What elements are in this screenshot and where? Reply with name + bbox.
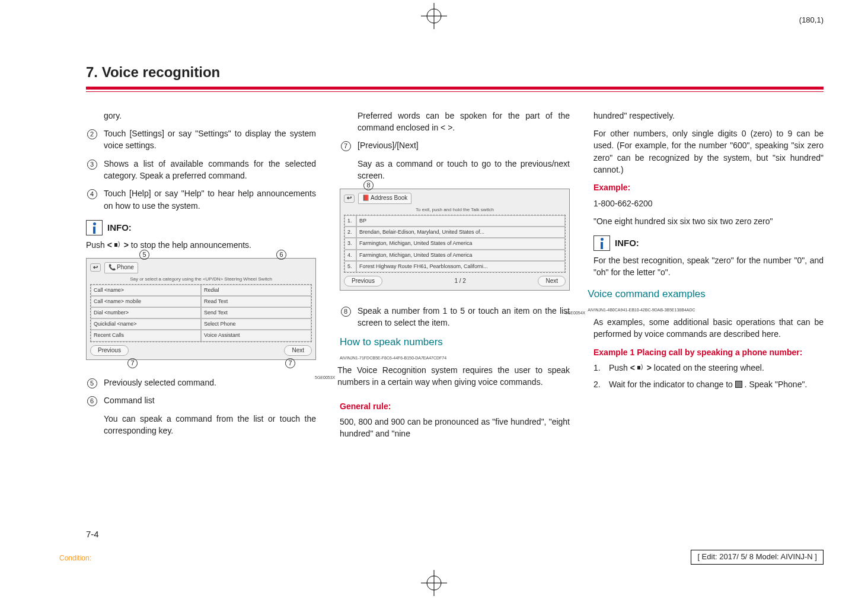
list-item: 8 Speak a number from 1 to 5 or touch an…: [340, 305, 570, 329]
cmd-cell: Select Phone: [201, 318, 311, 330]
addr-cell: Brendan, Belair-Edison, Maryland, United…: [356, 227, 565, 238]
cmd-cell: Quickdial <name>: [91, 318, 201, 330]
next-button: Next: [538, 276, 566, 287]
registration-mark-top: [421, 3, 447, 29]
previous-button: Previous: [344, 276, 382, 287]
title-rule-thin: [86, 91, 824, 92]
text-fragment: gory.: [104, 110, 316, 122]
doc-id: AIVINJN1-71FDCB5E-F8C6-44F6-B150-DA7EA47…: [340, 356, 446, 360]
item-text: Previously selected command.: [104, 377, 216, 388]
heading-voice-cmd-examples: Voice command examples AIVINJN1-4B0CA941…: [588, 287, 824, 316]
next-button: Next: [284, 345, 312, 356]
marker-4: 4: [86, 187, 98, 212]
step-text: Push < > located on the steering wheel.: [609, 362, 764, 374]
cmd-cell: Redial: [201, 285, 311, 296]
hint-text: Say or select a category using the <UP/D…: [90, 276, 312, 283]
item-subtext: Say as a command or touch to go to the p…: [358, 158, 570, 182]
back-icon: ↩: [344, 195, 355, 203]
previous-button: Previous: [90, 345, 129, 356]
row-num: 1.: [344, 215, 356, 227]
heading-example: Example:: [593, 181, 824, 193]
number-1: 1.: [593, 362, 604, 374]
talk-icon: [114, 241, 122, 248]
item-subtext: You can speak a command from the list or…: [104, 413, 316, 437]
cmd-cell: Read Text: [201, 296, 311, 307]
heading-example-1: Example 1 Placing call by speaking a pho…: [593, 346, 824, 358]
example-spoken: "One eight hundred six six two six two z…: [593, 215, 824, 227]
paragraph: 500, 800 and 900 can be pronounced as "f…: [340, 416, 570, 440]
addr-cell: BP: [356, 215, 565, 227]
paragraph: Preferred words can be spoken for the pa…: [358, 110, 570, 134]
marker-7: 7: [340, 139, 352, 151]
numbered-item: 2. Wait for the indicator to change to .…: [593, 378, 824, 390]
screenshot-1-wrap: 5 6 ↩ 📞Phone Say or select a category us…: [86, 258, 316, 360]
row-num: 2.: [344, 227, 356, 238]
image-id: 5GE0053X: [315, 375, 335, 394]
paragraph: For other numbers, only single digits 0 …: [593, 128, 824, 176]
item-text: Shows a list of available commands for t…: [104, 158, 316, 182]
page-content: 7. Voice recognition gory. 2 Touch [Sett…: [86, 62, 824, 534]
callout-8: 8: [363, 180, 374, 190]
condition-label: Condition:: [59, 553, 91, 563]
item-text: Command list: [104, 394, 155, 406]
addressbook-tab: 📕Address Book: [358, 193, 411, 204]
page-number: 7-4: [86, 528, 99, 541]
callout-6: 6: [276, 250, 286, 260]
paragraph: The Voice Recognition system requires th…: [337, 364, 570, 388]
addr-cell: Forest Highway Route FH61, Pearblossom, …: [356, 261, 565, 272]
row-num: 4.: [344, 250, 356, 261]
list-item: 3 Shows a list of available commands for…: [86, 158, 316, 182]
cmd-cell: Call <name> mobile: [91, 296, 201, 307]
info-icon: [593, 235, 610, 251]
title-rule-thick: [86, 87, 824, 90]
paragraph: hundred" respectively.: [593, 110, 824, 122]
numbered-item: 1. Push < > located on the steering whee…: [593, 362, 824, 374]
info-text: For the best recognition, speak "zero" f…: [593, 254, 824, 279]
three-column-layout: gory. 2 Touch [Settings] or say "Setting…: [86, 110, 824, 446]
item-text: Touch [Settings] or say "Settings" to di…: [104, 128, 316, 152]
marker-6: 6: [86, 394, 98, 406]
cmd-cell: Voice Assistant: [201, 330, 311, 341]
info-heading: INFO:: [86, 220, 316, 235]
addr-cell: Farmington, Michigan, United States of A…: [356, 238, 565, 249]
heading-how-to-speak: How to speak numbers AIVINJN1-71FDCB5E-F…: [340, 335, 570, 364]
info-label: INFO:: [615, 237, 639, 250]
list-item: 4 Touch [Help] or say "Help" to hear hel…: [86, 187, 316, 212]
image-id: 5GE0054X: [565, 310, 585, 316]
page-indicator: 1 / 2: [454, 277, 465, 286]
phone-tab: 📞Phone: [104, 262, 138, 273]
doc-id: AIVINJN1-4B0CA941-EB10-42BC-9DAB-3B5E138…: [588, 308, 695, 312]
screenshot-2-wrap: 8 ↩ 📕Address Book To exit, push and hold…: [340, 189, 570, 291]
cmd-cell: Send Text: [201, 307, 311, 318]
item-text: Speak a number from 1 to 5 or touch an i…: [358, 305, 570, 329]
column-2: Preferred words can be spoken for the pa…: [340, 110, 570, 446]
example-number: 1-800-662-6200: [593, 197, 824, 209]
marker-3: 3: [86, 158, 98, 182]
registration-mark-bottom: [421, 570, 447, 596]
heading-general-rule: General rule:: [340, 400, 570, 412]
callout-7b: 7: [285, 358, 295, 368]
info-text: Push < > to stop the help announcements.: [86, 239, 316, 251]
indicator-icon: [735, 381, 742, 388]
info-heading: INFO:: [593, 235, 824, 251]
talk-icon: [637, 364, 644, 371]
marker-5: 5: [86, 377, 98, 388]
list-item: 5 Previously selected command.: [86, 377, 316, 388]
cmd-cell: Call <name>: [91, 285, 201, 296]
page-coordinate: (180,1): [799, 15, 824, 26]
address-book-screenshot: ↩ 📕Address Book To exit, push and hold t…: [340, 189, 570, 291]
hint-text: To exit, push and hold the Talk switch: [344, 206, 566, 214]
step-text: Wait for the indicator to change to . Sp…: [609, 378, 807, 390]
cmd-cell: Dial <number>: [91, 307, 201, 318]
callout-7a: 7: [127, 358, 138, 368]
list-item: 6 Command list: [86, 394, 316, 406]
addr-cell: Farmington, Michigan, United States of A…: [356, 250, 565, 261]
info-icon: [86, 220, 103, 235]
callout-5: 5: [139, 250, 149, 260]
column-3: hundred" respectively. For other numbers…: [593, 110, 824, 446]
info-label: INFO:: [107, 221, 132, 234]
marker-8: 8: [340, 305, 352, 329]
list-item: 7 [Previous]/[Next]: [340, 139, 570, 151]
marker-2: 2: [86, 128, 98, 152]
column-1: gory. 2 Touch [Settings] or say "Setting…: [86, 110, 316, 446]
